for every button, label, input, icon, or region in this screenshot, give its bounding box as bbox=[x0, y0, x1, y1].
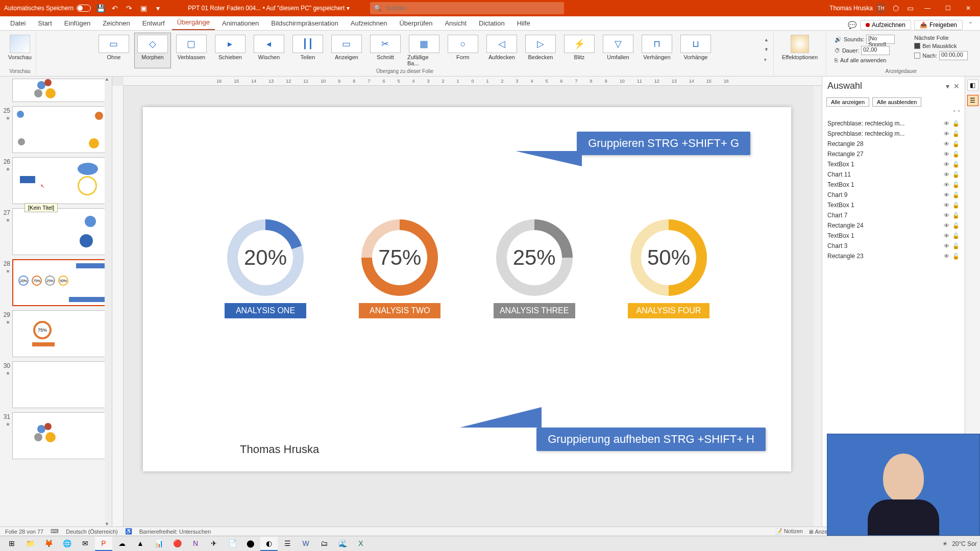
tab-start[interactable]: Start bbox=[33, 16, 57, 30]
slide-counter[interactable]: Folie 28 von 77 bbox=[5, 529, 43, 535]
after-input[interactable]: 00:00,00 bbox=[939, 51, 968, 60]
visibility-icon[interactable] bbox=[944, 161, 949, 168]
analysis-chart-4[interactable]: 50%ANALYSIS FOUR bbox=[628, 219, 709, 318]
effect-options-button[interactable]: Effektoptionen bbox=[777, 33, 823, 62]
transition-wischen[interactable]: ◂Wischen bbox=[251, 33, 287, 68]
vertical-ruler[interactable] bbox=[112, 86, 124, 527]
transition-teilen[interactable]: ┃┃Teilen bbox=[289, 33, 326, 68]
quick-access-more-icon[interactable]: ▾ bbox=[153, 4, 162, 13]
duration-row[interactable]: ⏱Dauer:02,00 bbox=[835, 46, 895, 55]
pane-close-icon[interactable]: ✕ bbox=[953, 82, 960, 90]
sound-row[interactable]: 🔊Sounds:[No Sound] bbox=[835, 35, 895, 44]
share-button[interactable]: 📤Freigeben bbox=[914, 20, 963, 30]
on-click-check[interactable]: Bei Mausklick bbox=[914, 43, 968, 49]
apply-all-button[interactable]: ⎘Auf alle anwenden bbox=[835, 57, 895, 63]
selection-item[interactable]: Chart 11 bbox=[825, 169, 962, 180]
visibility-icon[interactable] bbox=[944, 253, 949, 260]
visibility-icon[interactable] bbox=[944, 140, 949, 147]
visibility-icon[interactable] bbox=[944, 130, 949, 137]
selection-item[interactable]: TextBox 1 bbox=[825, 180, 962, 190]
show-all-button[interactable]: Alle anzeigen bbox=[826, 97, 869, 107]
visibility-icon[interactable] bbox=[944, 212, 949, 219]
visibility-icon[interactable] bbox=[944, 171, 949, 178]
tab-ansicht[interactable]: Ansicht bbox=[439, 16, 472, 30]
transition-blitz[interactable]: ⚡Blitz bbox=[561, 33, 598, 68]
transition-schieben[interactable]: ▸Schieben bbox=[212, 33, 249, 68]
callout-group[interactable]: Gruppieren STRG +SHIFT+ G bbox=[577, 132, 750, 155]
tab-hilfe[interactable]: Hilfe bbox=[512, 16, 535, 30]
strip-selection-icon[interactable]: ☰ bbox=[967, 95, 978, 106]
slide-thumbnail-27[interactable] bbox=[12, 208, 109, 255]
lock-icon[interactable] bbox=[952, 202, 960, 209]
selection-item[interactable]: Rectangle 24 bbox=[825, 220, 962, 231]
transition-morphen[interactable]: ◇Morphen bbox=[134, 33, 171, 68]
transition-verblassen[interactable]: ▢Verblassen bbox=[173, 33, 210, 68]
reorder-arrows[interactable]: ˄ ˅ bbox=[822, 109, 965, 117]
visibility-icon[interactable] bbox=[944, 191, 949, 198]
tab-einfügen[interactable]: Einfügen bbox=[59, 16, 95, 30]
transition-vorhänge[interactable]: ⊔Vorhänge bbox=[677, 33, 714, 68]
close-button[interactable]: ✕ bbox=[961, 0, 976, 16]
thumb-scrollbar[interactable]: ▲▼ bbox=[105, 77, 112, 527]
callout-ungroup[interactable]: Gruppierung aufheben STRG +SHIFT+ H bbox=[536, 428, 766, 451]
lock-icon[interactable] bbox=[952, 120, 960, 127]
visibility-icon[interactable] bbox=[944, 120, 949, 127]
transition-ohne[interactable]: ▭Ohne bbox=[95, 33, 132, 68]
language-status[interactable]: Deutsch (Österreich) bbox=[66, 529, 117, 535]
tab-datei[interactable]: Datei bbox=[5, 16, 31, 30]
slide-thumbnail-26[interactable]: ↖ bbox=[12, 157, 109, 204]
task-excel-icon[interactable]: X bbox=[352, 537, 370, 551]
slide-thumbnail-29[interactable]: 75% bbox=[12, 310, 109, 357]
selection-item[interactable]: Rectangle 28 bbox=[825, 139, 962, 149]
tab-aufzeichnen[interactable]: Aufzeichnen bbox=[346, 16, 393, 30]
slide-thumbnails[interactable]: 25★26★↖[Kein Titel]27★28★20%75%25%50%29★… bbox=[0, 77, 112, 527]
lock-icon[interactable] bbox=[952, 191, 960, 198]
selection-item[interactable]: Rectangle 27 bbox=[825, 149, 962, 159]
horizontal-ruler[interactable]: Übergang zu dieser Folie 161514131211109… bbox=[124, 77, 822, 86]
task-explorer-icon[interactable]: 📁 bbox=[21, 537, 39, 551]
system-tray[interactable]: ☀ 20°C Sor bbox=[942, 540, 977, 547]
tab-dictation[interactable]: Dictation bbox=[474, 16, 510, 30]
gallery-scroll[interactable]: ▲▼▾ bbox=[764, 33, 772, 67]
analysis-chart-2[interactable]: 75%ANALYSIS TWO bbox=[359, 219, 440, 318]
task-app6-icon[interactable]: ☰ bbox=[279, 537, 296, 551]
search-input[interactable] bbox=[386, 5, 560, 12]
transition-umfallen[interactable]: ▽Umfallen bbox=[600, 33, 636, 68]
task-onenote-icon[interactable]: N bbox=[187, 537, 204, 551]
task-obs-icon[interactable]: ⬤ bbox=[242, 537, 259, 551]
tab-übergänge[interactable]: Übergänge bbox=[172, 15, 215, 30]
visibility-icon[interactable] bbox=[944, 181, 949, 188]
account-button[interactable]: Thomas Hruska TH bbox=[829, 3, 886, 13]
task-telegram-icon[interactable]: ✈ bbox=[205, 537, 223, 551]
task-app3-icon[interactable]: 🔴 bbox=[168, 537, 186, 551]
start-button[interactable]: ⊞ bbox=[3, 537, 20, 551]
lock-icon[interactable] bbox=[952, 253, 960, 260]
visibility-icon[interactable] bbox=[944, 202, 949, 209]
toggle-switch[interactable] bbox=[77, 5, 91, 12]
save-icon[interactable]: 💾 bbox=[96, 4, 105, 13]
minimize-button[interactable]: — bbox=[920, 0, 935, 16]
transition-form[interactable]: ○Form bbox=[445, 33, 481, 68]
lang-icon[interactable]: ⌨ bbox=[51, 528, 59, 535]
lock-icon[interactable] bbox=[952, 212, 960, 219]
lock-icon[interactable] bbox=[952, 151, 960, 158]
lock-icon[interactable] bbox=[952, 222, 960, 229]
task-word-icon[interactable]: W bbox=[297, 537, 314, 551]
after-check[interactable]: Nach:00:00,00 bbox=[914, 51, 968, 60]
ribbon-display-icon[interactable]: ▭ bbox=[905, 4, 915, 13]
collapse-ribbon-icon[interactable]: ˅ bbox=[966, 20, 975, 30]
task-app1-icon[interactable]: ☁ bbox=[113, 537, 131, 551]
task-app2-icon[interactable]: 📊 bbox=[150, 537, 167, 551]
selection-item[interactable]: TextBox 1 bbox=[825, 159, 962, 169]
canvas-scrollbar[interactable] bbox=[814, 86, 822, 527]
selection-item[interactable]: Chart 7 bbox=[825, 210, 962, 220]
selection-item[interactable]: Sprechblase: rechteckig m... bbox=[825, 118, 962, 129]
redo-icon[interactable]: ↷ bbox=[125, 4, 134, 13]
task-app4-icon[interactable]: 📄 bbox=[224, 537, 241, 551]
task-chrome-icon[interactable]: 🌐 bbox=[58, 537, 76, 551]
sound-select[interactable]: [No Sound] bbox=[866, 35, 895, 44]
lock-icon[interactable] bbox=[952, 232, 960, 239]
selection-item[interactable]: Sprechblase: rechteckig m... bbox=[825, 129, 962, 139]
autosave-toggle[interactable]: Automatisches Speichern bbox=[4, 5, 91, 12]
task-edge-icon[interactable]: 🌊 bbox=[334, 537, 351, 551]
